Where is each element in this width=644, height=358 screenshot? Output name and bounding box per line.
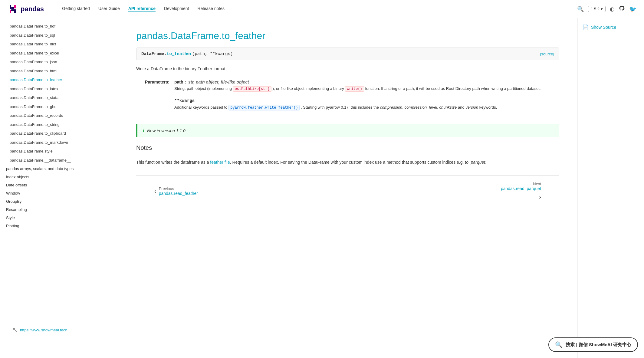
watermark-url[interactable]: https://www.showmeai.tech: [20, 328, 67, 332]
italic-compression: compression: [380, 105, 402, 110]
sidebar-item-to_clipboard[interactable]: pandas.DataFrame.to_clipboard: [0, 129, 118, 138]
sidebar-section-style[interactable]: Style: [0, 214, 118, 222]
param-path-name-line: path : str, path object, file-like objec…: [174, 80, 559, 84]
sidebar-item-to_records[interactable]: pandas.DataFrame.to_records: [0, 111, 118, 120]
nav-links: Getting started User Guide API reference…: [62, 6, 577, 12]
sidebar-item-to_markdown[interactable]: pandas.DataFrame.to_markdown: [0, 138, 118, 147]
svg-rect-4: [11, 7, 14, 9]
navbar-right: 🔍 1.5.2 ▾ ◐ 🐦: [577, 5, 637, 13]
param-path-desc1: String, path object (implementing: [174, 86, 233, 91]
notes-italic: to_parquet: [465, 160, 485, 165]
main-layout: pandas.DataFrame.to_hdf pandas.DataFrame…: [0, 18, 644, 358]
sidebar-section-index-objects[interactable]: Index objects: [0, 173, 118, 181]
param-kwargs: **kwargs Additional keywords passed to p…: [174, 98, 559, 111]
prev-label: Previous: [159, 186, 198, 191]
svg-rect-0: [10, 5, 11, 9]
sidebar-item-to_gbq[interactable]: pandas.DataFrame.to_gbq: [0, 102, 118, 111]
version-text: 1.5.2: [591, 7, 600, 11]
source-link[interactable]: [source]: [540, 52, 554, 56]
svg-rect-2: [14, 5, 16, 8]
show-source-button[interactable]: 📄 Show Source: [583, 24, 639, 30]
source-link-text: source: [541, 52, 553, 56]
sig-method: to_feather: [167, 51, 192, 56]
param-path-type: str, path object, file-like object: [188, 80, 249, 84]
sidebar-item-to_excel[interactable]: pandas.DataFrame.to_excel: [0, 49, 118, 58]
version-note-text: New in version 1.1.0.: [147, 128, 187, 133]
sidebar-item-dataframe[interactable]: pandas.DataFrame.__dataframe__: [0, 156, 118, 165]
prev-page-link[interactable]: pandas.read_feather: [159, 191, 198, 196]
nav-footer: ‹ Previous pandas.read_feather Next pand…: [136, 175, 559, 206]
svg-rect-1: [10, 10, 11, 13]
sidebar-item-to_sql[interactable]: pandas.DataFrame.to_sql: [0, 31, 118, 40]
github-icon[interactable]: [619, 5, 625, 13]
nav-user-guide[interactable]: User Guide: [98, 6, 120, 12]
page-title: pandas.DataFrame.to_feather: [136, 30, 559, 41]
sidebar-item-style[interactable]: pandas.DataFrame.style: [0, 147, 118, 156]
sidebar-item-to_dict[interactable]: pandas.DataFrame.to_dict: [0, 40, 118, 49]
param-path-name: path: [174, 80, 183, 84]
prev-arrow-icon: ‹: [154, 188, 156, 195]
sidebar-item-to_latex[interactable]: pandas.DataFrame.to_latex: [0, 84, 118, 94]
nav-release-notes[interactable]: Release notes: [197, 6, 225, 12]
cursor-area: ↖ https://www.showmeai.tech: [12, 326, 67, 334]
kwargs-desc2: . Starting with pyarrow 0.17, this inclu…: [300, 105, 380, 110]
sidebar-item-to_json[interactable]: pandas.DataFrame.to_json: [0, 57, 118, 67]
sidebar-item-to_html[interactable]: pandas.DataFrame.to_html: [0, 67, 118, 76]
feather-file-link[interactable]: feather file: [210, 160, 230, 165]
nav-next-content: Next pandas.read_parquet: [501, 182, 541, 191]
sidebar-item-to_string[interactable]: pandas.DataFrame.to_string: [0, 120, 118, 129]
sidebar: pandas.DataFrame.to_hdf pandas.DataFrame…: [0, 18, 118, 358]
theme-toggle-icon[interactable]: ◐: [610, 6, 615, 12]
main-content: pandas.DataFrame.to_feather DataFrame.to…: [118, 18, 577, 358]
pyarrow-code: pyarrow.feather.write_feather(): [228, 105, 300, 110]
italic-compression-level: compression_level: [405, 105, 437, 110]
notes-title: Notes: [136, 144, 559, 154]
kwargs-desc3: and: [457, 105, 465, 110]
sidebar-item-to_hdf[interactable]: pandas.DataFrame.to_hdf: [0, 22, 118, 31]
watermark-search-icon: 🔍: [555, 341, 563, 348]
source-bracket-close: ]: [553, 52, 554, 56]
notes-section: Notes This function writes the dataframe…: [136, 144, 559, 166]
params-label: Parameters:: [136, 80, 169, 84]
svg-rect-3: [14, 9, 16, 13]
param-path-desc2: ), or file-like object implementing a bi…: [271, 86, 345, 91]
sidebar-section-date-offsets[interactable]: Date offsets: [0, 181, 118, 189]
param-path-desc: String, path object (implementing os.Pat…: [174, 86, 559, 92]
cursor-icon: ↖: [12, 326, 18, 334]
notes-text3: .: [485, 160, 486, 165]
watermark-text: 搜索 | 微信 ShowMeAI 研究中心: [566, 342, 631, 348]
nav-development[interactable]: Development: [164, 6, 189, 12]
version-selector[interactable]: 1.5.2 ▾: [588, 6, 606, 12]
nav-next: Next pandas.read_parquet ›: [501, 182, 541, 200]
sidebar-section-resampling[interactable]: Resampling: [0, 205, 118, 214]
italic-chunksize: chunksize: [439, 105, 457, 110]
next-label: Next: [501, 182, 541, 186]
nav-api-reference[interactable]: API reference: [128, 6, 156, 12]
nav-getting-started[interactable]: Getting started: [62, 6, 90, 12]
sidebar-item-to_stata[interactable]: pandas.DataFrame.to_stata: [0, 93, 118, 102]
nav-previous: ‹ Previous pandas.read_feather: [154, 186, 198, 196]
sidebar-section-arrays[interactable]: pandas arrays, scalars, and data types: [0, 165, 118, 173]
param-colon: :: [185, 80, 188, 84]
signature-text: DataFrame.to_feather(path, **kwargs): [141, 51, 233, 56]
notes-text1: This function writes the dataframe as a: [136, 160, 210, 165]
kwargs-comma1: ,: [402, 105, 404, 110]
watermark-banner: 🔍 搜索 | 微信 ShowMeAI 研究中心: [548, 337, 638, 352]
sig-class: DataFrame.: [141, 51, 167, 56]
os-pathlike-code: os.PathLike[str]: [233, 86, 271, 92]
write-code: write(): [345, 86, 364, 92]
search-icon[interactable]: 🔍: [577, 6, 584, 12]
svg-rect-5: [11, 9, 14, 11]
next-page-link[interactable]: pandas.read_parquet: [501, 186, 541, 191]
twitter-icon[interactable]: 🐦: [629, 5, 637, 13]
description: Write a DataFrame to the binary Feather …: [136, 66, 559, 71]
show-source-label: Show Source: [591, 25, 616, 30]
sidebar-section-groupby[interactable]: GroupBy: [0, 197, 118, 205]
version-chevron-icon: ▾: [601, 7, 603, 11]
sidebar-item-to_feather[interactable]: pandas.DataFrame.to_feather: [0, 75, 118, 84]
version-note-icon: ℹ: [142, 128, 144, 133]
sidebar-section-plotting[interactable]: Plotting: [0, 222, 118, 230]
sidebar-section-window[interactable]: Window: [0, 189, 118, 197]
logo-area[interactable]: pandas: [7, 4, 44, 15]
signature-block: DataFrame.to_feather(path, **kwargs) [so…: [136, 48, 559, 60]
